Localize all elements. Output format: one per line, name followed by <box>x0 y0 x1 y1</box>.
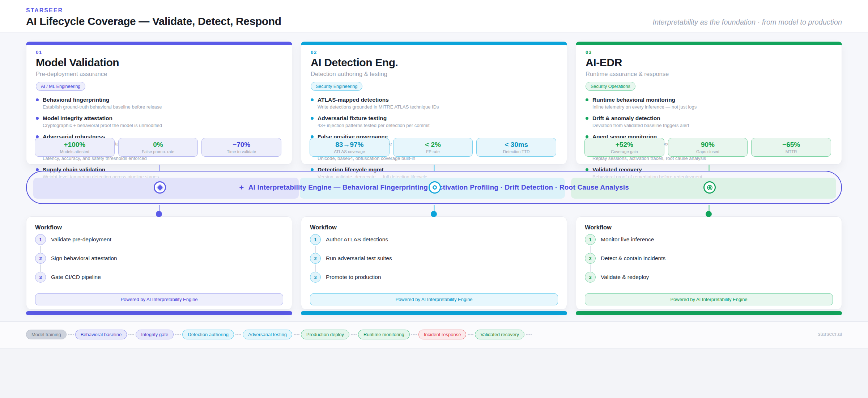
node-bullseye-icon <box>703 181 716 194</box>
bullet-dot-icon <box>586 98 588 101</box>
pipeline-pill-integrity-gate[interactable]: Integrity gate <box>136 330 174 339</box>
feature-desc: Establish ground-truth behavioral baseli… <box>43 104 282 110</box>
stat-label: ATLAS coverage <box>334 149 365 154</box>
pipeline-pill-behavioral-baseline[interactable]: Behavioral baseline <box>75 330 127 339</box>
phase-subtitle: Detection authoring & testing <box>311 71 557 77</box>
stat-value: 83→97% <box>335 141 363 148</box>
pipeline-pill-runtime-monitoring[interactable]: Runtime monitoring <box>358 330 410 339</box>
pill-connector <box>526 334 532 335</box>
workflow-step: 2Detect & contain incidents <box>585 253 665 264</box>
step-number-badge: 3 <box>35 272 46 283</box>
pipeline-pill-model-training[interactable]: Model training <box>26 330 67 339</box>
feature-item: Drift & anomaly detection Deviation from… <box>586 115 832 128</box>
feature-desc: Deviation from validated baseline trigge… <box>592 123 832 128</box>
powered-by-button[interactable]: Powered by AI Interpretability Engine <box>310 293 558 305</box>
node-diamond-icon <box>154 181 166 194</box>
pill-connector <box>411 334 417 335</box>
feature-title: Runtime behavioral monitoring <box>592 96 675 103</box>
step-connector <box>590 264 591 272</box>
pipeline-pills: Model training Behavioral baseline Integ… <box>26 330 533 339</box>
phase-badge: AI / ML Engineering <box>36 82 85 91</box>
workflow-title: Workflow <box>35 224 62 231</box>
phase-number: 02 <box>311 50 557 55</box>
workflow-step: 1Monitor live inference <box>585 234 654 245</box>
step-label: Validate pre-deployment <box>51 236 111 243</box>
stat-label: FP rate <box>426 149 440 154</box>
node-ring-icon <box>429 181 441 194</box>
bottom-strip <box>0 348 868 398</box>
pipeline-pill-adversarial-testing[interactable]: Adversarial testing <box>243 330 292 339</box>
step-label: Author ATLAS detections <box>326 236 388 243</box>
step-number-badge: 3 <box>585 272 596 283</box>
step-number-badge: 1 <box>585 234 596 245</box>
bullet-dot-icon <box>36 168 39 171</box>
stat-card: 0%False promo. rate <box>118 138 198 157</box>
connector-dot <box>431 211 437 217</box>
workflow-card: Workflow 1Author ATLAS detections 2Run a… <box>301 216 567 310</box>
stat-row: 83→97%ATLAS coverage < 2%FP rate < 30msD… <box>310 138 556 157</box>
stat-card: 83→97%ATLAS coverage <box>310 138 390 157</box>
workflow-card: Workflow 1Monitor live inference 2Detect… <box>576 216 842 310</box>
stat-label: False promo. rate <box>142 149 174 154</box>
step-connector <box>590 246 591 253</box>
accent-bar <box>576 42 842 45</box>
step-number-badge: 1 <box>310 234 321 245</box>
connector-dot <box>706 211 712 217</box>
workflow-step: 2Run adversarial test suites <box>310 253 392 264</box>
workflow-step: 3Promote to production <box>310 272 381 283</box>
step-label: Detect & contain incidents <box>601 255 665 262</box>
stat-card: 90%Gaps closed <box>668 138 748 157</box>
workflow-step: 1Author ATLAS detections <box>310 234 388 245</box>
stat-label: Gaps closed <box>696 149 719 154</box>
powered-by-button[interactable]: Powered by AI Interpretability Engine <box>35 293 283 305</box>
feature-item: Adversarial fixture testing 43+ injectio… <box>311 115 557 128</box>
accent-bar <box>26 42 292 45</box>
stat-value: 0% <box>153 141 163 148</box>
bullet-dot-icon <box>311 117 314 120</box>
pipeline-pill-production-deploy[interactable]: Production deploy <box>301 330 349 339</box>
stat-card: +100%Models attested <box>35 138 115 157</box>
step-number-badge: 2 <box>310 253 321 264</box>
workflow-step: 2Sign behavioral attestation <box>35 253 117 264</box>
connector-line <box>709 165 710 171</box>
pill-connector <box>294 334 299 335</box>
stat-label: Models attested <box>60 149 89 154</box>
workflow-title: Workflow <box>585 224 612 231</box>
pipeline-pill-validated-recovery[interactable]: Validated recovery <box>475 330 524 339</box>
bullet-dot-icon <box>36 98 39 101</box>
phase-number: 01 <box>36 50 282 55</box>
workflow-title: Workflow <box>310 224 337 231</box>
pipeline-pill-detection-authoring[interactable]: Detection authoring <box>182 330 234 339</box>
column-bottom-accent-bar <box>26 311 292 315</box>
connector-line <box>159 165 160 171</box>
stat-card: < 30msDetection TTD <box>476 138 556 157</box>
phase-subtitle: Runtime assurance & response <box>586 71 832 77</box>
footer-brand: starseer.ai <box>818 331 842 337</box>
step-label: Promote to production <box>326 274 381 280</box>
accent-bar <box>301 42 567 45</box>
pipeline-pill-incident-response[interactable]: Incident response <box>418 330 467 339</box>
phase-badge: Security Operations <box>586 82 635 91</box>
pill-connector <box>351 334 357 335</box>
feature-item: ATLAS-mapped detections Write detections… <box>311 96 557 110</box>
feature-title: Adversarial fixture testing <box>318 115 387 122</box>
phase-number: 03 <box>586 50 832 55</box>
stat-row: +52%Coverage gain 90%Gaps closed −65%MTT… <box>584 138 831 157</box>
pill-connector <box>128 334 134 335</box>
bullet-dot-icon <box>36 117 39 120</box>
stat-value: −70% <box>233 141 250 148</box>
pill-connector <box>235 334 241 335</box>
column-bottom-accent-bar <box>301 311 567 315</box>
feature-item: Behavioral fingerprinting Establish grou… <box>36 96 282 110</box>
step-number-badge: 3 <box>310 272 321 283</box>
stat-value: < 2% <box>425 141 441 148</box>
step-connector <box>40 264 41 272</box>
stat-card: +52%Coverage gain <box>584 138 664 157</box>
feature-desc: Write detections grounded in MITRE ATLAS… <box>318 104 557 110</box>
stat-card: < 2%FP rate <box>393 138 473 157</box>
stat-card: −65%MTTR <box>751 138 831 157</box>
connector-line <box>434 165 435 171</box>
stat-row: +100%Models attested 0%False promo. rate… <box>35 138 281 157</box>
pill-connector <box>175 334 181 335</box>
powered-by-button[interactable]: Powered by AI Interpretability Engine <box>585 293 833 305</box>
